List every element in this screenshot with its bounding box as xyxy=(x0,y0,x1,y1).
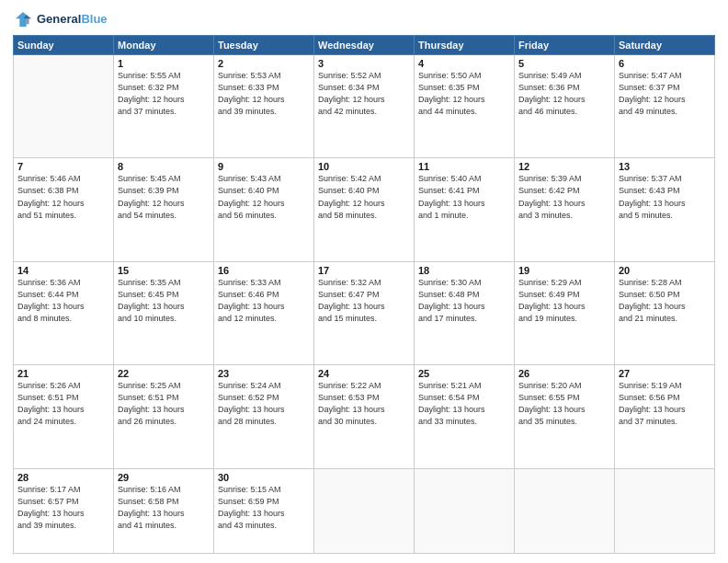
week-row-1: 1Sunrise: 5:55 AM Sunset: 6:32 PM Daylig… xyxy=(14,55,715,158)
calendar-cell: 20Sunrise: 5:28 AM Sunset: 6:50 PM Dayli… xyxy=(615,261,715,364)
day-number: 24 xyxy=(318,368,410,379)
col-header-tuesday: Tuesday xyxy=(214,36,314,55)
calendar-cell: 23Sunrise: 5:24 AM Sunset: 6:52 PM Dayli… xyxy=(214,365,314,468)
col-header-wednesday: Wednesday xyxy=(314,36,415,55)
day-info: Sunrise: 5:47 AM Sunset: 6:37 PM Dayligh… xyxy=(619,70,711,118)
week-row-5: 28Sunrise: 5:17 AM Sunset: 6:57 PM Dayli… xyxy=(14,468,715,553)
logo: GeneralBlue xyxy=(13,9,108,29)
day-number: 25 xyxy=(418,368,510,379)
day-info: Sunrise: 5:32 AM Sunset: 6:47 PM Dayligh… xyxy=(318,277,410,325)
col-header-friday: Friday xyxy=(515,36,615,55)
calendar-cell: 24Sunrise: 5:22 AM Sunset: 6:53 PM Dayli… xyxy=(314,365,415,468)
day-number: 10 xyxy=(318,161,410,172)
day-info: Sunrise: 5:26 AM Sunset: 6:51 PM Dayligh… xyxy=(17,380,109,428)
calendar-cell: 5Sunrise: 5:49 AM Sunset: 6:36 PM Daylig… xyxy=(515,55,615,158)
day-number: 14 xyxy=(17,265,109,276)
calendar-cell: 9Sunrise: 5:43 AM Sunset: 6:40 PM Daylig… xyxy=(214,158,314,261)
day-info: Sunrise: 5:37 AM Sunset: 6:43 PM Dayligh… xyxy=(619,173,711,221)
day-info: Sunrise: 5:45 AM Sunset: 6:39 PM Dayligh… xyxy=(118,173,210,221)
day-info: Sunrise: 5:35 AM Sunset: 6:45 PM Dayligh… xyxy=(118,277,210,325)
day-number: 18 xyxy=(418,265,510,276)
day-info: Sunrise: 5:25 AM Sunset: 6:51 PM Dayligh… xyxy=(118,380,210,428)
logo-icon xyxy=(13,9,33,29)
col-header-saturday: Saturday xyxy=(615,36,715,55)
day-number: 5 xyxy=(518,58,610,69)
col-header-thursday: Thursday xyxy=(415,36,515,55)
day-info: Sunrise: 5:21 AM Sunset: 6:54 PM Dayligh… xyxy=(418,380,510,428)
day-info: Sunrise: 5:15 AM Sunset: 6:59 PM Dayligh… xyxy=(218,484,310,532)
calendar-cell: 7Sunrise: 5:46 AM Sunset: 6:38 PM Daylig… xyxy=(14,158,114,261)
day-number: 15 xyxy=(118,265,210,276)
day-info: Sunrise: 5:22 AM Sunset: 6:53 PM Dayligh… xyxy=(318,380,410,428)
day-info: Sunrise: 5:50 AM Sunset: 6:35 PM Dayligh… xyxy=(418,70,510,118)
day-info: Sunrise: 5:49 AM Sunset: 6:36 PM Dayligh… xyxy=(518,70,610,118)
day-info: Sunrise: 5:30 AM Sunset: 6:48 PM Dayligh… xyxy=(418,277,510,325)
calendar-cell: 15Sunrise: 5:35 AM Sunset: 6:45 PM Dayli… xyxy=(114,261,214,364)
calendar-cell xyxy=(615,468,715,553)
week-row-3: 14Sunrise: 5:36 AM Sunset: 6:44 PM Dayli… xyxy=(14,261,715,364)
day-info: Sunrise: 5:43 AM Sunset: 6:40 PM Dayligh… xyxy=(218,173,310,221)
calendar-cell xyxy=(14,55,114,158)
day-number: 2 xyxy=(218,58,310,69)
calendar-cell: 4Sunrise: 5:50 AM Sunset: 6:35 PM Daylig… xyxy=(415,55,515,158)
day-number: 20 xyxy=(619,265,711,276)
day-number: 7 xyxy=(17,161,109,172)
day-info: Sunrise: 5:55 AM Sunset: 6:32 PM Dayligh… xyxy=(118,70,210,118)
calendar-cell: 2Sunrise: 5:53 AM Sunset: 6:33 PM Daylig… xyxy=(214,55,314,158)
day-number: 28 xyxy=(17,472,109,483)
day-info: Sunrise: 5:36 AM Sunset: 6:44 PM Dayligh… xyxy=(17,277,109,325)
week-row-4: 21Sunrise: 5:26 AM Sunset: 6:51 PM Dayli… xyxy=(14,365,715,468)
day-info: Sunrise: 5:28 AM Sunset: 6:50 PM Dayligh… xyxy=(619,277,711,325)
calendar-cell: 13Sunrise: 5:37 AM Sunset: 6:43 PM Dayli… xyxy=(615,158,715,261)
day-info: Sunrise: 5:53 AM Sunset: 6:33 PM Dayligh… xyxy=(218,70,310,118)
page: GeneralBlue SundayMondayTuesdayWednesday… xyxy=(0,0,728,563)
calendar-cell: 28Sunrise: 5:17 AM Sunset: 6:57 PM Dayli… xyxy=(14,468,114,553)
calendar-header-row: SundayMondayTuesdayWednesdayThursdayFrid… xyxy=(14,36,715,55)
calendar-cell: 11Sunrise: 5:40 AM Sunset: 6:41 PM Dayli… xyxy=(415,158,515,261)
calendar-cell: 3Sunrise: 5:52 AM Sunset: 6:34 PM Daylig… xyxy=(314,55,415,158)
day-number: 30 xyxy=(218,472,310,483)
day-info: Sunrise: 5:16 AM Sunset: 6:58 PM Dayligh… xyxy=(118,484,210,532)
day-number: 8 xyxy=(118,161,210,172)
col-header-sunday: Sunday xyxy=(14,36,114,55)
calendar-cell xyxy=(515,468,615,553)
day-info: Sunrise: 5:46 AM Sunset: 6:38 PM Dayligh… xyxy=(17,173,109,221)
calendar-cell: 27Sunrise: 5:19 AM Sunset: 6:56 PM Dayli… xyxy=(615,365,715,468)
calendar-table: SundayMondayTuesdayWednesdayThursdayFrid… xyxy=(13,35,715,554)
calendar-cell: 21Sunrise: 5:26 AM Sunset: 6:51 PM Dayli… xyxy=(14,365,114,468)
col-header-monday: Monday xyxy=(114,36,214,55)
day-number: 16 xyxy=(218,265,310,276)
day-number: 26 xyxy=(518,368,610,379)
calendar-cell: 25Sunrise: 5:21 AM Sunset: 6:54 PM Dayli… xyxy=(415,365,515,468)
logo-text: GeneralBlue xyxy=(37,12,108,27)
day-info: Sunrise: 5:39 AM Sunset: 6:42 PM Dayligh… xyxy=(518,173,610,221)
calendar-cell: 30Sunrise: 5:15 AM Sunset: 6:59 PM Dayli… xyxy=(214,468,314,553)
calendar-cell: 6Sunrise: 5:47 AM Sunset: 6:37 PM Daylig… xyxy=(615,55,715,158)
week-row-2: 7Sunrise: 5:46 AM Sunset: 6:38 PM Daylig… xyxy=(14,158,715,261)
calendar-cell: 14Sunrise: 5:36 AM Sunset: 6:44 PM Dayli… xyxy=(14,261,114,364)
day-number: 29 xyxy=(118,472,210,483)
calendar-cell: 10Sunrise: 5:42 AM Sunset: 6:40 PM Dayli… xyxy=(314,158,415,261)
day-info: Sunrise: 5:17 AM Sunset: 6:57 PM Dayligh… xyxy=(17,484,109,532)
day-info: Sunrise: 5:33 AM Sunset: 6:46 PM Dayligh… xyxy=(218,277,310,325)
calendar-cell xyxy=(415,468,515,553)
calendar-cell: 16Sunrise: 5:33 AM Sunset: 6:46 PM Dayli… xyxy=(214,261,314,364)
day-info: Sunrise: 5:20 AM Sunset: 6:55 PM Dayligh… xyxy=(518,380,610,428)
calendar-cell: 17Sunrise: 5:32 AM Sunset: 6:47 PM Dayli… xyxy=(314,261,415,364)
day-number: 21 xyxy=(17,368,109,379)
day-number: 9 xyxy=(218,161,310,172)
day-info: Sunrise: 5:19 AM Sunset: 6:56 PM Dayligh… xyxy=(619,380,711,428)
day-info: Sunrise: 5:42 AM Sunset: 6:40 PM Dayligh… xyxy=(318,173,410,221)
calendar-cell xyxy=(314,468,415,553)
day-info: Sunrise: 5:29 AM Sunset: 6:49 PM Dayligh… xyxy=(518,277,610,325)
day-number: 19 xyxy=(518,265,610,276)
calendar-cell: 12Sunrise: 5:39 AM Sunset: 6:42 PM Dayli… xyxy=(515,158,615,261)
day-number: 17 xyxy=(318,265,410,276)
calendar-cell: 22Sunrise: 5:25 AM Sunset: 6:51 PM Dayli… xyxy=(114,365,214,468)
day-number: 23 xyxy=(218,368,310,379)
calendar-cell: 26Sunrise: 5:20 AM Sunset: 6:55 PM Dayli… xyxy=(515,365,615,468)
day-info: Sunrise: 5:52 AM Sunset: 6:34 PM Dayligh… xyxy=(318,70,410,118)
calendar-cell: 1Sunrise: 5:55 AM Sunset: 6:32 PM Daylig… xyxy=(114,55,214,158)
day-number: 6 xyxy=(619,58,711,69)
day-number: 27 xyxy=(619,368,711,379)
